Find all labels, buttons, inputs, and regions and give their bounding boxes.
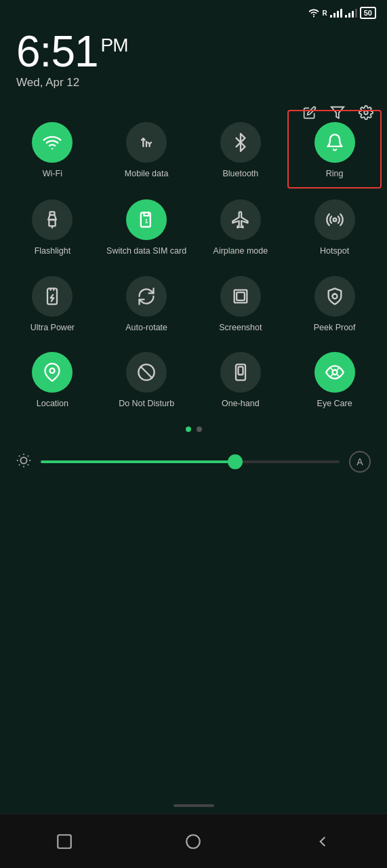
tile-bluetooth-label: Bluetooth bbox=[222, 168, 258, 179]
tile-ring-label: Ring bbox=[326, 168, 344, 179]
ultra-power-icon-wrap bbox=[32, 276, 73, 317]
page-dot-2[interactable] bbox=[197, 427, 202, 432]
tile-peek-proof-label: Peek Proof bbox=[314, 322, 356, 333]
svg-rect-4 bbox=[49, 220, 56, 226]
tile-switch-sim[interactable]: 1 Switch data SIM card bbox=[100, 189, 194, 264]
airplane-icon bbox=[231, 210, 250, 229]
screenshot-icon bbox=[231, 287, 250, 306]
wifi-status-icon bbox=[308, 8, 320, 18]
tile-mobile-data[interactable]: Mobile data bbox=[100, 110, 194, 189]
one-hand-icon-wrap bbox=[220, 352, 261, 393]
time-display: 6:51PM bbox=[16, 30, 371, 73]
tile-eye-care[interactable]: Eye Care bbox=[287, 341, 382, 417]
eye-care-icon-wrap bbox=[314, 352, 355, 393]
svg-point-31 bbox=[187, 835, 201, 848]
auto-brightness-button[interactable]: A bbox=[349, 451, 371, 473]
tile-screenshot-label: Screenshot bbox=[219, 322, 262, 333]
mobile-data-icon bbox=[137, 133, 156, 152]
recents-icon bbox=[56, 833, 73, 850]
svg-line-29 bbox=[28, 456, 28, 456]
svg-line-25 bbox=[28, 465, 28, 465]
auto-rotate-icon bbox=[137, 287, 156, 306]
svg-rect-13 bbox=[237, 292, 245, 300]
tile-do-not-disturb[interactable]: Do Not Disturb bbox=[100, 341, 194, 417]
brightness-icon bbox=[16, 453, 31, 471]
brightness-thumb[interactable] bbox=[228, 454, 243, 469]
home-icon bbox=[184, 833, 202, 850]
peek-proof-icon-wrap bbox=[314, 276, 355, 317]
svg-point-0 bbox=[312, 16, 314, 17]
signal-bars-1 bbox=[330, 9, 342, 18]
signal-bars-2 bbox=[345, 9, 357, 18]
back-icon bbox=[314, 833, 331, 850]
hotspot-icon bbox=[325, 210, 344, 229]
brightness-row: A bbox=[0, 437, 387, 486]
do-not-disturb-icon-wrap bbox=[126, 352, 167, 393]
brightness-fill bbox=[41, 460, 235, 463]
svg-line-28 bbox=[19, 465, 20, 465]
nav-bar bbox=[0, 814, 387, 868]
switch-sim-icon: 1 bbox=[137, 210, 156, 229]
tile-location[interactable]: Location bbox=[5, 341, 100, 417]
airplane-icon-wrap bbox=[220, 199, 261, 240]
svg-point-20 bbox=[332, 370, 337, 374]
tile-location-label: Location bbox=[37, 398, 68, 409]
tile-one-hand[interactable]: One-hand bbox=[194, 341, 288, 417]
home-indicator bbox=[174, 804, 214, 807]
location-icon bbox=[43, 363, 62, 382]
one-hand-icon bbox=[231, 363, 250, 382]
tile-wifi-label: Wi-Fi bbox=[43, 168, 62, 179]
location-icon-wrap bbox=[32, 352, 73, 393]
svg-rect-19 bbox=[238, 367, 243, 375]
tile-hotspot[interactable]: Hotspot bbox=[287, 189, 382, 264]
svg-text:1: 1 bbox=[145, 218, 148, 224]
r-label: R bbox=[323, 9, 327, 17]
brightness-slider[interactable] bbox=[41, 460, 340, 463]
switch-sim-icon-wrap: 1 bbox=[126, 199, 167, 240]
wifi-icon bbox=[43, 133, 62, 152]
svg-rect-3 bbox=[50, 212, 55, 216]
flashlight-icon-wrap bbox=[32, 199, 73, 240]
tile-eye-care-label: Eye Care bbox=[317, 398, 352, 409]
tile-hotspot-label: Hotspot bbox=[320, 245, 349, 256]
quick-settings-grid: Wi-Fi Mobile data Bluetooth Ring bbox=[0, 110, 387, 417]
hotspot-icon-wrap bbox=[314, 199, 355, 240]
svg-point-21 bbox=[20, 457, 26, 463]
tile-mobile-data-label: Mobile data bbox=[125, 168, 169, 179]
nav-recents-button[interactable] bbox=[53, 830, 76, 853]
bluetooth-icon bbox=[231, 133, 250, 152]
ultra-power-icon bbox=[43, 287, 62, 306]
nav-back-button[interactable] bbox=[311, 830, 334, 853]
page-dots bbox=[0, 427, 387, 432]
page-dot-1[interactable] bbox=[186, 427, 191, 432]
tile-wifi[interactable]: Wi-Fi bbox=[5, 110, 100, 189]
tile-do-not-disturb-label: Do Not Disturb bbox=[119, 398, 174, 409]
tile-flashlight[interactable]: Flashlight bbox=[5, 189, 100, 264]
screenshot-icon-wrap bbox=[220, 276, 261, 317]
do-not-disturb-icon bbox=[137, 363, 156, 382]
ring-icon bbox=[325, 133, 344, 152]
wifi-icon-wrap bbox=[32, 122, 73, 163]
bluetooth-icon-wrap bbox=[220, 122, 261, 163]
battery-icon: 50 bbox=[360, 7, 376, 19]
tile-ring[interactable]: Ring bbox=[287, 110, 382, 189]
time-area: 6:51PM Wed, Apr 12 bbox=[0, 23, 387, 103]
svg-line-24 bbox=[19, 456, 20, 456]
tile-auto-rotate[interactable]: Auto-rotate bbox=[100, 265, 194, 341]
tile-screenshot[interactable]: Screenshot bbox=[194, 265, 288, 341]
tile-ultra-power[interactable]: Ultra Power bbox=[5, 265, 100, 341]
status-icons: R 50 bbox=[308, 7, 376, 19]
tile-one-hand-label: One-hand bbox=[222, 398, 260, 409]
svg-rect-30 bbox=[58, 835, 71, 848]
nav-home-button[interactable] bbox=[182, 830, 205, 853]
tile-peek-proof[interactable]: Peek Proof bbox=[287, 265, 382, 341]
date-display: Wed, Apr 12 bbox=[16, 76, 371, 90]
tile-airplane[interactable]: Airplane mode bbox=[194, 189, 288, 264]
tile-flashlight-label: Flashlight bbox=[35, 245, 71, 256]
tile-bluetooth[interactable]: Bluetooth bbox=[194, 110, 288, 189]
flashlight-icon bbox=[43, 210, 62, 229]
tile-auto-rotate-label: Auto-rotate bbox=[125, 322, 167, 333]
status-bar: R 50 bbox=[0, 0, 387, 23]
auto-rotate-icon-wrap bbox=[126, 276, 167, 317]
svg-point-15 bbox=[50, 368, 55, 373]
